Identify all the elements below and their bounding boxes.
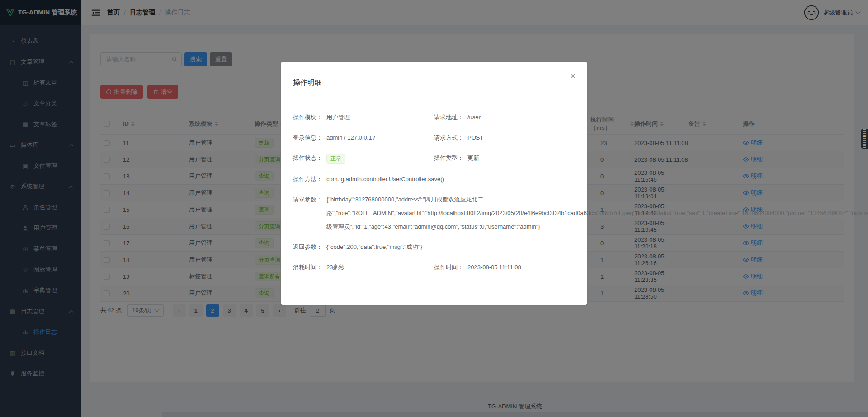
- field-label: 请求参数：: [293, 195, 326, 234]
- field-label: 请求方式：: [434, 133, 467, 142]
- field-label: 返回参数：: [293, 243, 326, 252]
- field-label: 登录信息：: [293, 133, 326, 142]
- op-method-value: com.tg.admin.controller.UserController.s…: [326, 175, 575, 184]
- operation-detail-dialog: 操作明细 ✕ 操作模块：用户管理 请求地址：/user 登录信息：admin /…: [281, 62, 587, 305]
- dialog-title: 操作明细: [293, 78, 322, 88]
- cost-time-value: 23毫秒: [326, 263, 434, 272]
- field-label: 请求地址：: [434, 113, 467, 122]
- op-status-value: 正常: [326, 154, 434, 164]
- extension-widget-bar: [863, 142, 866, 143]
- extension-widget-bar: [863, 135, 866, 136]
- field-label: 操作类型：: [434, 154, 467, 164]
- op-module-value: 用户管理: [326, 113, 434, 122]
- req-method-value: POST: [467, 133, 575, 142]
- field-label: 消耗时间：: [293, 263, 326, 272]
- extension-widget-bar: [863, 129, 866, 130]
- dialog-body: 操作模块：用户管理 请求地址：/user 登录信息：admin / 127.0.…: [293, 113, 575, 283]
- extension-widget-bar: [863, 136, 866, 137]
- field-label: 操作时间：: [434, 263, 467, 272]
- extension-widget-bar: [863, 138, 866, 139]
- close-icon[interactable]: ✕: [570, 72, 576, 80]
- field-label: 操作模块：: [293, 113, 326, 122]
- extension-widget-bar: [863, 147, 866, 148]
- field-label: 操作方法：: [293, 175, 326, 184]
- status-badge: 正常: [326, 154, 345, 164]
- extension-widget-bar: [863, 145, 866, 146]
- resp-params-value: {"code":200,"data":true,"msg":"成功"}: [326, 243, 575, 252]
- extension-widget-bar: [863, 131, 866, 132]
- field-label: 操作状态：: [293, 154, 326, 164]
- req-url-value: /user: [467, 113, 575, 122]
- extension-widget-bar: [863, 140, 866, 141]
- extension-widget-bar: [863, 144, 866, 145]
- op-type-value: 更新: [467, 154, 575, 164]
- extension-widget[interactable]: [861, 129, 868, 149]
- op-time-value: 2023-08-05 11:11:08: [467, 263, 575, 272]
- req-params-value: {"birthday":312768000000,"address":"四川成都…: [326, 193, 868, 234]
- login-info-value: admin / 127.0.0.1 /: [326, 133, 434, 142]
- extension-widget-bar: [863, 133, 866, 134]
